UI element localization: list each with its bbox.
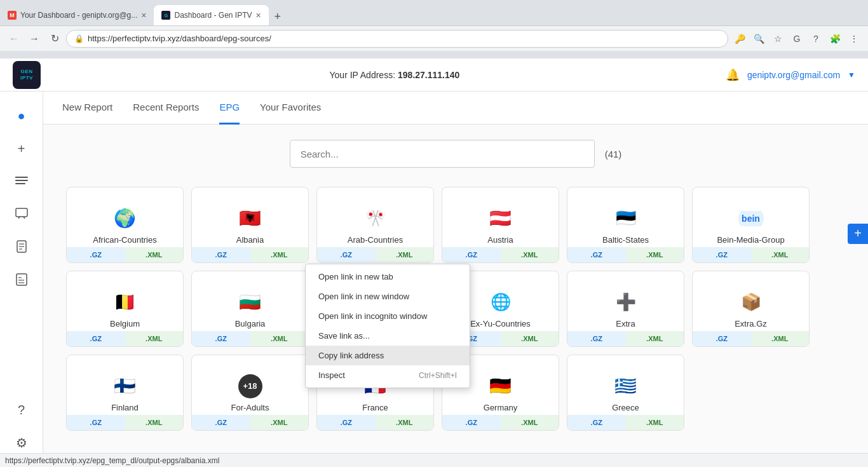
ctx-open-new-tab[interactable]: Open link in new tab <box>306 267 470 287</box>
notification-bell-icon[interactable]: 🔔 <box>726 68 740 82</box>
tab-geniptv-title: Dashboard - Gen IPTV <box>174 11 252 20</box>
extra-gz-button[interactable]: .GZ <box>567 331 626 346</box>
epg-card-bulgaria[interactable]: 🇧🇬 Bulgaria .GZ .XML <box>191 271 309 347</box>
finland-flag-icon: 🇫🇮 <box>112 374 138 399</box>
extra-buttons: .GZ .XML <box>567 331 684 346</box>
baltic-states-gz-button[interactable]: .GZ <box>567 247 626 262</box>
address-bar[interactable]: 🔒 https://perfectiptv.tvip.xyz/dashboard… <box>66 30 728 48</box>
for-adults-buttons: .GZ .XML <box>192 415 308 430</box>
finland-xml-button[interactable]: .XML <box>125 415 184 430</box>
extensions-puzzle-icon[interactable]: 🧩 <box>826 30 844 48</box>
tab-recent-reports[interactable]: Recent Reports <box>133 91 199 125</box>
baltic-states-xml-button[interactable]: .XML <box>626 247 684 262</box>
epg-card-extra-gz[interactable]: 📦 Extra.Gz .GZ .XML <box>692 271 810 347</box>
for-adults-gz-button[interactable]: .GZ <box>192 415 250 430</box>
sidebar-item-help[interactable]: ? <box>8 396 36 424</box>
bein-media-group-xml-button[interactable]: .XML <box>751 247 810 262</box>
search-input[interactable] <box>290 140 595 168</box>
african-countries-gz-button[interactable]: .GZ <box>67 247 125 262</box>
austria-xml-button[interactable]: .XML <box>501 247 559 262</box>
ctx-inspect-shortcut: Ctrl+Shift+I <box>419 371 457 380</box>
tab-gmail[interactable]: M Your Dashboard - geniptv.org@g... × <box>0 5 154 25</box>
svg-rect-1 <box>15 180 28 181</box>
epg-card-finland[interactable]: 🇫🇮 Finland .GZ .XML <box>66 355 184 431</box>
albania-gz-button[interactable]: .GZ <box>192 247 250 262</box>
new-tab-button[interactable]: + <box>269 8 287 25</box>
albania-xml-button[interactable]: .XML <box>250 247 309 262</box>
greece-xml-button[interactable]: .XML <box>626 415 684 430</box>
epg-card-belgium[interactable]: 🇧🇪 Belgium .GZ .XML <box>66 271 184 347</box>
baltic-states-buttons: .GZ .XML <box>567 247 684 262</box>
back-button[interactable]: ← <box>5 30 23 48</box>
user-email[interactable]: geniptv.org@gmail.com <box>747 70 840 80</box>
svg-rect-2 <box>15 183 25 184</box>
extension-icon[interactable]: ? <box>807 30 825 48</box>
sidebar-item-document[interactable] <box>8 234 36 262</box>
germany-gz-button[interactable]: .GZ <box>442 415 501 430</box>
tab-geniptv[interactable]: G Dashboard - Gen IPTV × <box>154 5 268 25</box>
austria-flag-icon: 🇦🇹 <box>488 206 513 231</box>
for-adults-xml-button[interactable]: .XML <box>250 415 309 430</box>
extra-xml-button[interactable]: .XML <box>626 331 684 346</box>
translate-icon[interactable]: G <box>788 30 806 48</box>
arab-countries-xml-button[interactable]: .XML <box>376 247 434 262</box>
ctx-open-incognito[interactable]: Open link in incognito window <box>306 306 470 326</box>
extra-gz-gz-button[interactable]: .GZ <box>693 331 751 346</box>
extra-gz-xml-button[interactable]: .XML <box>751 331 810 346</box>
tab-gmail-close-icon[interactable]: × <box>141 10 146 20</box>
epg-card-baltic-states[interactable]: 🇪🇪 Baltic-States .GZ .XML <box>567 187 684 263</box>
sidebar-item-tv[interactable] <box>8 201 36 229</box>
tab-epg[interactable]: EPG <box>219 91 240 125</box>
ctx-inspect[interactable]: Inspect Ctrl+Shift+I <box>306 365 470 385</box>
epg-card-arab-countries[interactable]: 🎌 Arab-Countries .GZ .XML <box>316 187 434 263</box>
epg-card-african-countries[interactable]: 🌍 African-Countries .GZ .XML <box>66 187 184 263</box>
tab-your-favorites[interactable]: Your Favorites <box>260 91 321 125</box>
reload-button[interactable]: ↻ <box>46 30 64 48</box>
belgium-xml-button[interactable]: .XML <box>125 331 184 346</box>
document-icon <box>17 240 27 256</box>
african-countries-xml-button[interactable]: .XML <box>125 247 184 262</box>
epg-card-albania[interactable]: 🇦🇱 Albania .GZ .XML <box>191 187 309 263</box>
bulgaria-gz-button[interactable]: .GZ <box>192 331 250 346</box>
tab-new-report[interactable]: New Report <box>62 91 112 125</box>
ctx-copy-link[interactable]: Copy link address <box>306 346 470 365</box>
germany-xml-button[interactable]: .XML <box>501 415 559 430</box>
finland-gz-button[interactable]: .GZ <box>67 415 125 430</box>
menu-icon[interactable]: ⋮ <box>845 30 863 48</box>
fab-button[interactable]: + <box>848 224 868 244</box>
epg-card-for-adults[interactable]: +18 For-Adults .GZ .XML <box>191 355 309 431</box>
user-dropdown-chevron-icon[interactable]: ▼ <box>848 71 855 79</box>
epg-card-bein-media-group[interactable]: bein Bein-Media-Group .GZ .XML <box>692 187 810 263</box>
france-xml-button[interactable]: .XML <box>376 415 434 430</box>
epg-card-extra[interactable]: ➕ Extra .GZ .XML <box>567 271 684 347</box>
key-icon[interactable]: 🔑 <box>731 30 749 48</box>
extra-name: Extra <box>616 319 635 328</box>
search-icon[interactable]: 🔍 <box>750 30 768 48</box>
ex-yu-countries-xml-button[interactable]: .XML <box>501 331 559 346</box>
greece-gz-button[interactable]: .GZ <box>567 415 626 430</box>
austria-gz-button[interactable]: .GZ <box>442 247 501 262</box>
bulgaria-xml-button[interactable]: .XML <box>250 331 309 346</box>
austria-name: Austria <box>487 235 513 245</box>
baltic-states-name: Baltic-States <box>602 235 649 245</box>
epg-card-greece[interactable]: 🇬🇷 Greece .GZ .XML <box>567 355 684 431</box>
france-gz-button[interactable]: .GZ <box>317 415 376 430</box>
sidebar-item-home[interactable]: ● <box>8 102 36 130</box>
bein-media-group-gz-button[interactable]: .GZ <box>693 247 751 262</box>
arab-countries-buttons: .GZ .XML <box>317 247 433 262</box>
tab-geniptv-close-icon[interactable]: × <box>256 10 261 20</box>
arab-countries-gz-button[interactable]: .GZ <box>317 247 376 262</box>
ctx-save-link[interactable]: Save link as... <box>306 326 470 346</box>
albania-buttons: .GZ .XML <box>192 247 308 262</box>
sidebar-item-add[interactable]: + <box>8 135 36 163</box>
sidebar-item-report[interactable] <box>8 267 36 295</box>
sidebar-item-list[interactable] <box>8 168 36 196</box>
epg-card-austria[interactable]: 🇦🇹 Austria .GZ .XML <box>442 187 559 263</box>
ctx-open-new-window[interactable]: Open link in new window <box>306 287 470 306</box>
star-icon[interactable]: ☆ <box>769 30 787 48</box>
african-countries-flag-icon: 🌍 <box>112 206 138 231</box>
forward-button[interactable]: → <box>25 30 43 48</box>
belgium-gz-button[interactable]: .GZ <box>67 331 125 346</box>
settings-gear-icon: ⚙ <box>16 435 27 450</box>
austria-buttons: .GZ .XML <box>442 247 559 262</box>
